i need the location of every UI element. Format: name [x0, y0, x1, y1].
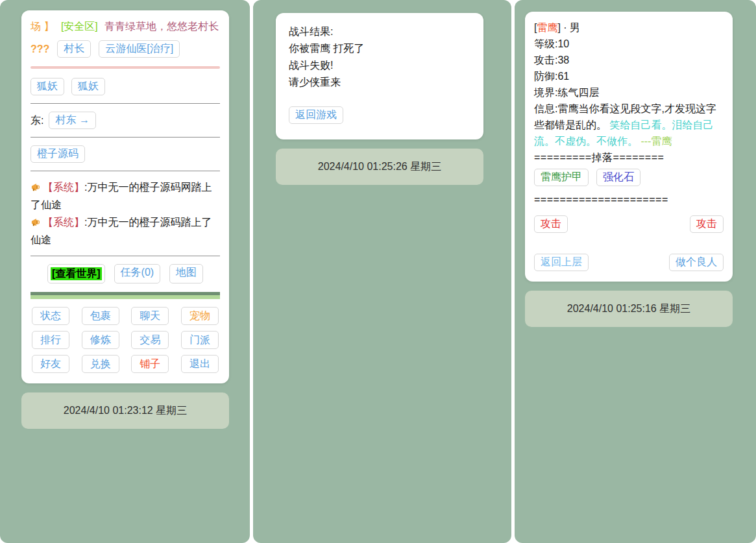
megaphone-icon	[30, 180, 40, 197]
middle-timestamp: 2024/4/10 01:25:26 星期三	[276, 149, 483, 185]
left-column: 场 】 [安全区] 青青绿草地，悠悠老村长 ??? 村长 云游仙医[治疗] 狐妖…	[0, 0, 250, 543]
exit-direction-label: 东:	[30, 112, 43, 128]
divider-gray	[30, 256, 220, 256]
view-world-label: [查看世界]	[51, 267, 102, 280]
divider-gray	[30, 137, 220, 138]
player-row: 橙子源码	[30, 145, 220, 163]
menu-button-trade[interactable]: 交易	[131, 331, 169, 349]
npc-realm: 境界:练气四层	[534, 84, 724, 101]
divider-gray	[30, 103, 220, 104]
middle-column: 战斗结果: 你被雷鹰 打死了 战斗失败! 请少侠重来 返回游戏 2024/4/1…	[253, 0, 511, 543]
drops-row: 雷鹰护甲 强化石	[534, 169, 724, 186]
world-row: [查看世界] 任务(0) 地图	[30, 264, 220, 284]
monster-row: 狐妖 狐妖	[30, 78, 220, 95]
npc-name-line: [雷鹰] · 男	[534, 19, 724, 36]
be-good-button[interactable]: 做个良人	[669, 254, 724, 271]
drop-header: =========掉落========	[534, 149, 724, 165]
menu-button-cultivate[interactable]: 修炼	[82, 331, 119, 349]
npc-defense: 防御:61	[534, 68, 724, 84]
system-tag: 【系统】	[43, 217, 84, 228]
room-header: 场 】 [安全区] 青青绿草地，悠悠老村长	[30, 18, 220, 35]
system-tag: 【系统】	[43, 182, 84, 193]
npc-name: 雷鹰	[537, 22, 557, 33]
battle-result-line: 你被雷鹰 打死了	[289, 40, 470, 57]
attack-row: 攻击 攻击	[534, 215, 724, 233]
menu-button-status[interactable]: 状态	[32, 307, 69, 325]
npc-level: 等级:10	[534, 36, 724, 52]
return-row: 返回游戏	[289, 106, 470, 124]
npc-info: 信息:雷鹰当你看这见段文字,才发现这字些都错是乱的。 笑给自己看。泪给自己流。不…	[534, 101, 724, 149]
map-button[interactable]: 地图	[169, 264, 203, 284]
view-world-button[interactable]: [查看世界]	[47, 264, 105, 284]
npc-detail-card: [雷鹰] · 男 等级:10 攻击:38 防御:61 境界:练气四层 信息:雷鹰…	[525, 12, 733, 282]
return-game-button[interactable]: 返回游戏	[289, 106, 343, 124]
game-page: 场 】 [安全区] 青青绿草地，悠悠老村长 ??? 村长 云游仙医[治疗] 狐妖…	[0, 0, 756, 543]
exit-row: 东: 村东 →	[30, 112, 220, 129]
drop-button-armor[interactable]: 雷鹰护甲	[534, 169, 589, 186]
battle-result-title: 战斗结果:	[289, 23, 470, 40]
npc-row: ??? 村长 云游仙医[治疗]	[30, 40, 220, 58]
battle-result-line: 战斗失败!	[289, 57, 470, 74]
pink-divider	[30, 66, 220, 69]
right-timestamp: 2024/4/10 01:25:16 星期三	[525, 291, 733, 327]
room-title: 青青绿草地，悠悠老村长	[104, 21, 219, 32]
drop-button-enhance-stone[interactable]: 强化石	[596, 169, 640, 186]
npc-button-healer[interactable]: 云游仙医[治疗]	[99, 40, 180, 58]
menu-button-bag[interactable]: 包裹	[82, 307, 119, 325]
battle-result-line: 请少侠重来	[289, 74, 470, 91]
npc-attack: 攻击:38	[534, 52, 724, 68]
megaphone-icon	[30, 215, 40, 232]
timestamp-text: 2024/4/10 01:25:26 星期三	[318, 160, 441, 174]
bottom-row: 返回上层 做个良人	[534, 254, 724, 271]
tasks-button[interactable]: 任务(0)	[114, 264, 161, 284]
menu-button-shop[interactable]: 铺子	[131, 355, 169, 373]
divider-gray	[30, 171, 220, 171]
npc-info-signature: ---雷鹰	[638, 136, 672, 147]
system-message-1: 【系统】:万中无一的橙子源码网踏上了仙途	[30, 179, 220, 213]
timestamp-text: 2024/4/10 01:23:12 星期三	[64, 404, 187, 418]
room-card: 场 】 [安全区] 青青绿草地，悠悠老村长 ??? 村长 云游仙医[治疗] 狐妖…	[21, 10, 229, 383]
menu-button-chat[interactable]: 聊天	[131, 307, 169, 325]
room-header-prefix: 场 】	[30, 21, 54, 32]
back-upper-button[interactable]: 返回上层	[534, 254, 589, 271]
timestamp-text: 2024/4/10 01:25:16 星期三	[567, 302, 690, 316]
exit-button-village-east[interactable]: 村东 →	[49, 112, 95, 129]
right-column: [雷鹰] · 男 等级:10 攻击:38 防御:61 境界:练气四层 信息:雷鹰…	[515, 0, 756, 543]
double-divider	[30, 292, 220, 299]
main-menu-grid: 状态 包裹 聊天 宠物 排行 修炼 交易 门派 好友 兑换 铺子 退出	[30, 307, 220, 373]
separator-line: =====================	[534, 191, 724, 208]
system-message-2: 【系统】:万中无一的橙子源码踏上了仙途	[30, 214, 220, 248]
monster-button-fox-2[interactable]: 狐妖	[71, 78, 105, 95]
menu-button-quit[interactable]: 退出	[181, 355, 219, 373]
npc-button-village-chief[interactable]: 村长	[57, 40, 91, 58]
battle-result-card: 战斗结果: 你被雷鹰 打死了 战斗失败! 请少侠重来 返回游戏	[276, 13, 483, 139]
menu-button-pet[interactable]: 宠物	[181, 307, 219, 325]
menu-button-friends[interactable]: 好友	[32, 355, 69, 373]
menu-button-exchange[interactable]: 兑换	[82, 355, 119, 373]
menu-button-sect[interactable]: 门派	[181, 331, 219, 349]
question-marks: ???	[30, 41, 49, 57]
monster-button-fox-1[interactable]: 狐妖	[30, 78, 64, 95]
safe-zone-tag: [安全区]	[61, 21, 98, 32]
menu-button-ranking[interactable]: 排行	[32, 331, 69, 349]
bracket-close-gender: ] · 男	[557, 22, 580, 33]
attack-button-right[interactable]: 攻击	[690, 215, 724, 233]
left-timestamp: 2024/4/10 01:23:12 星期三	[21, 392, 229, 429]
attack-button-left[interactable]: 攻击	[534, 215, 568, 233]
player-button[interactable]: 橙子源码	[30, 145, 85, 163]
